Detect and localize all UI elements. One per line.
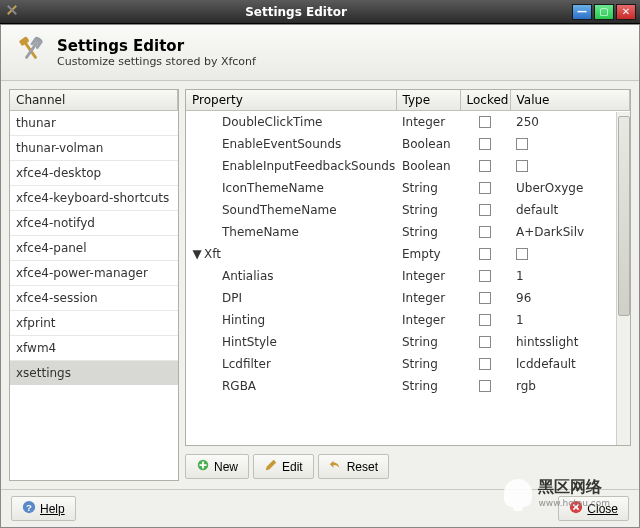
property-type: String	[396, 375, 460, 397]
property-value: 1	[510, 309, 630, 331]
property-row[interactable]: RGBAStringrgb	[186, 375, 630, 397]
locked-checkbox[interactable]	[479, 182, 491, 194]
property-value	[510, 155, 630, 177]
maximize-button[interactable]: ▢	[594, 4, 614, 20]
property-value: UberOxyge	[510, 177, 630, 199]
property-type: Boolean	[396, 133, 460, 155]
header: Settings Editor Customize settings store…	[1, 25, 639, 81]
property-value: A+DarkSilv	[510, 221, 630, 243]
channel-item[interactable]: xfce4-keyboard-shortcuts	[10, 186, 178, 211]
channel-item[interactable]: xfce4-panel	[10, 236, 178, 261]
locked-checkbox[interactable]	[479, 380, 491, 392]
property-row[interactable]: DoubleClickTimeInteger250	[186, 111, 630, 133]
locked-checkbox[interactable]	[479, 204, 491, 216]
property-type: Integer	[396, 265, 460, 287]
property-value: 1	[510, 265, 630, 287]
property-name: EnableEventSounds	[186, 133, 396, 155]
property-name: SoundThemeName	[186, 199, 396, 221]
page-subtitle: Customize settings stored by Xfconf	[57, 55, 256, 68]
channel-item[interactable]: xfce4-session	[10, 286, 178, 311]
property-name: ThemeName	[186, 221, 396, 243]
locked-checkbox[interactable]	[479, 358, 491, 370]
column-header-value[interactable]: Value	[510, 90, 630, 111]
locked-checkbox[interactable]	[479, 336, 491, 348]
window-title: Settings Editor	[20, 5, 572, 19]
close-window-button[interactable]: ✕	[616, 4, 636, 20]
property-name: Antialias	[186, 265, 396, 287]
property-row[interactable]: DPIInteger96	[186, 287, 630, 309]
locked-checkbox[interactable]	[479, 248, 491, 260]
svg-text:?: ?	[26, 502, 32, 513]
expander-icon[interactable]: ▼	[192, 247, 202, 261]
property-value: rgb	[510, 375, 630, 397]
channel-pane: Channel thunarthunar-volmanxfce4-desktop…	[9, 89, 179, 481]
add-icon	[196, 458, 210, 475]
channel-item[interactable]: xfce4-notifyd	[10, 211, 178, 236]
locked-checkbox[interactable]	[479, 138, 491, 150]
locked-checkbox[interactable]	[479, 226, 491, 238]
property-name: Hinting	[186, 309, 396, 331]
locked-checkbox[interactable]	[479, 270, 491, 282]
channel-item[interactable]: xfce4-power-manager	[10, 261, 178, 286]
help-button[interactable]: ? Help	[11, 496, 76, 521]
locked-checkbox[interactable]	[479, 292, 491, 304]
close-button[interactable]: Close	[558, 496, 629, 521]
value-checkbox[interactable]	[516, 160, 528, 172]
channel-item[interactable]: thunar	[10, 111, 178, 136]
property-name: HintStyle	[186, 331, 396, 353]
footer: ? Help Close	[1, 489, 639, 527]
property-row[interactable]: IconThemeNameStringUberOxyge	[186, 177, 630, 199]
minimize-button[interactable]: —	[572, 4, 592, 20]
property-value: lcddefault	[510, 353, 630, 375]
close-icon	[569, 500, 583, 517]
window-icon	[4, 2, 20, 21]
property-row[interactable]: EnableEventSoundsBoolean	[186, 133, 630, 155]
property-row[interactable]: HintingInteger1	[186, 309, 630, 331]
property-pane: Property Type Locked Value DoubleClickTi…	[185, 89, 631, 481]
vertical-scrollbar[interactable]	[616, 112, 630, 445]
value-checkbox[interactable]	[516, 138, 528, 150]
new-button-label: New	[214, 460, 238, 474]
property-row[interactable]: HintStyleStringhintsslight	[186, 331, 630, 353]
close-button-label: Close	[587, 502, 618, 516]
settings-tools-icon	[13, 33, 49, 72]
property-value	[510, 243, 630, 265]
help-icon: ?	[22, 500, 36, 517]
property-type: String	[396, 199, 460, 221]
property-type: String	[396, 353, 460, 375]
column-header-property[interactable]: Property	[186, 90, 396, 111]
channel-list: thunarthunar-volmanxfce4-desktopxfce4-ke…	[10, 111, 178, 480]
property-name: Lcdfilter	[186, 353, 396, 375]
new-button[interactable]: New	[185, 454, 249, 479]
property-row[interactable]: AntialiasInteger1	[186, 265, 630, 287]
locked-checkbox[interactable]	[479, 160, 491, 172]
help-button-label: Help	[40, 502, 65, 516]
property-value	[510, 133, 630, 155]
channel-item[interactable]: xfprint	[10, 311, 178, 336]
property-row[interactable]: ThemeNameStringA+DarkSilv	[186, 221, 630, 243]
channel-column-header[interactable]: Channel	[10, 90, 178, 111]
value-checkbox[interactable]	[516, 248, 528, 260]
reset-button-label: Reset	[347, 460, 378, 474]
edit-button-label: Edit	[282, 460, 303, 474]
property-toolbar: New Edit Reset	[185, 452, 631, 481]
property-value: default	[510, 199, 630, 221]
property-row[interactable]: LcdfilterStringlcddefault	[186, 353, 630, 375]
property-type: String	[396, 177, 460, 199]
reset-button[interactable]: Reset	[318, 454, 389, 479]
channel-item[interactable]: xfwm4	[10, 336, 178, 361]
edit-button[interactable]: Edit	[253, 454, 314, 479]
locked-checkbox[interactable]	[479, 314, 491, 326]
locked-checkbox[interactable]	[479, 116, 491, 128]
window-body: Settings Editor Customize settings store…	[0, 24, 640, 528]
page-title: Settings Editor	[57, 37, 256, 55]
undo-icon	[329, 458, 343, 475]
column-header-locked[interactable]: Locked	[460, 90, 510, 111]
property-row[interactable]: ▼XftEmpty	[186, 243, 630, 265]
column-header-type[interactable]: Type	[396, 90, 460, 111]
channel-item[interactable]: xsettings	[10, 361, 178, 385]
channel-item[interactable]: thunar-volman	[10, 136, 178, 161]
property-row[interactable]: EnableInputFeedbackSoundsBoolean	[186, 155, 630, 177]
property-row[interactable]: SoundThemeNameStringdefault	[186, 199, 630, 221]
channel-item[interactable]: xfce4-desktop	[10, 161, 178, 186]
